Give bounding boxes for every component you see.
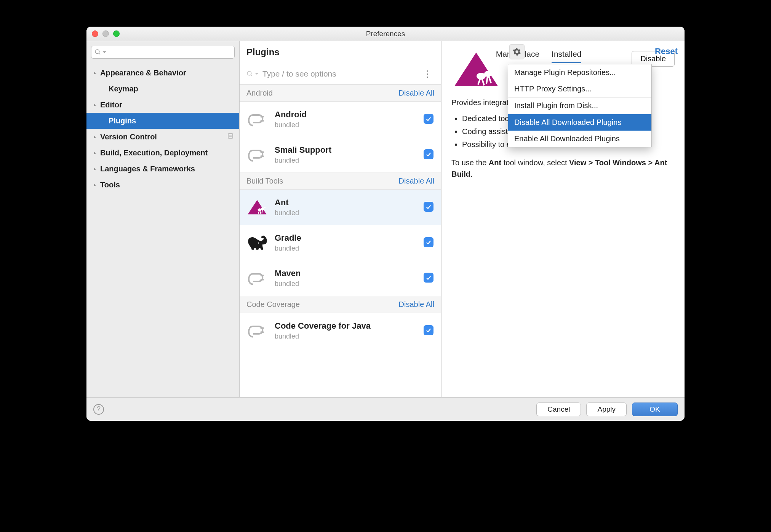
section-name: Android <box>246 89 273 97</box>
plugin-sublabel: bundled <box>275 280 417 288</box>
plugin-enable-checkbox[interactable] <box>424 325 434 336</box>
section-header-android: AndroidDisable All <box>240 85 441 102</box>
checkbox-on-icon <box>424 202 433 212</box>
plugin-row-smali-support[interactable]: Smali Supportbundled <box>240 137 441 173</box>
ant-icon <box>246 197 268 218</box>
plugin-sublabel: bundled <box>275 121 417 129</box>
plugins-title: Plugins <box>246 47 280 58</box>
section-header-build-tools: Build ToolsDisable All <box>240 173 441 190</box>
more-options-button[interactable]: ⋮ <box>421 69 434 79</box>
plugin-sublabel: bundled <box>275 157 417 165</box>
menu-item-http-proxy-settings[interactable]: HTTP Proxy Settings... <box>508 81 651 97</box>
disable-all-link[interactable]: Disable All <box>399 89 434 97</box>
svg-point-5 <box>247 71 251 75</box>
section-name: Code Coverage <box>246 300 300 309</box>
disclosure-arrow-icon: ▸ <box>92 102 98 108</box>
disclosure-arrow-icon: ▸ <box>92 134 98 140</box>
svg-rect-3 <box>229 135 232 136</box>
plugin-name: Gradle <box>275 233 417 243</box>
sidebar-item-keymap[interactable]: Keymap <box>86 81 239 97</box>
plugin-row-code-coverage-for-java[interactable]: Code Coverage for Javabundled <box>240 313 441 348</box>
preferences-window: Preferences ▸Appearance & BehaviorKeymap… <box>86 27 685 421</box>
sidebar-item-label: Build, Execution, Deployment <box>100 149 208 157</box>
plugin-name: Code Coverage for Java <box>275 321 417 331</box>
checkbox-on-icon <box>424 325 433 335</box>
menu-item-install-plugin-from-disk[interactable]: Install Plugin from Disk... <box>508 97 651 114</box>
plugin-enable-checkbox[interactable] <box>424 114 434 125</box>
plugin-icon <box>246 109 268 130</box>
plugin-usage-note: To use the Ant tool window, select View … <box>451 157 675 180</box>
apply-button[interactable]: Apply <box>586 403 627 416</box>
plugin-row-gradle[interactable]: Gradlebundled <box>240 225 441 260</box>
disclosure-arrow-icon: ▸ <box>92 150 98 156</box>
plugin-icon <box>246 144 268 165</box>
titlebar: Preferences <box>86 27 685 41</box>
svg-point-13 <box>258 242 259 243</box>
sidebar-item-label: Tools <box>100 181 120 189</box>
plugin-row-android[interactable]: Androidbundled <box>240 102 441 137</box>
tab-installed[interactable]: Installed <box>552 50 581 63</box>
project-settings-icon <box>227 133 234 141</box>
sidebar-item-version-control[interactable]: ▸Version Control <box>86 129 239 145</box>
gear-dropdown-menu: Manage Plugin Repositories...HTTP Proxy … <box>508 64 652 147</box>
sidebar-item-appearance-behavior[interactable]: ▸Appearance & Behavior <box>86 65 239 81</box>
plugins-column: Plugins ⋮ AndroidDisable AllAndroidbundl… <box>240 41 441 397</box>
disable-all-link[interactable]: Disable All <box>399 177 434 185</box>
plugins-header: Plugins <box>240 41 441 63</box>
chevron-down-icon <box>255 72 259 76</box>
plugin-enable-checkbox[interactable] <box>424 237 434 248</box>
plugin-icon <box>246 320 268 341</box>
plugin-row-ant[interactable]: Antbundled <box>240 190 441 225</box>
plugin-enable-checkbox[interactable] <box>424 149 434 160</box>
section-header-code-coverage: Code CoverageDisable All <box>240 296 441 313</box>
checkbox-on-icon <box>424 114 433 124</box>
search-icon <box>94 49 101 56</box>
window-title: Preferences <box>86 30 685 38</box>
help-button[interactable]: ? <box>93 404 104 415</box>
sidebar-item-languages-frameworks[interactable]: ▸Languages & Frameworks <box>86 161 239 177</box>
settings-search-input[interactable] <box>91 46 235 59</box>
sidebar-item-label: Appearance & Behavior <box>100 69 186 77</box>
plugin-sublabel: bundled <box>275 209 417 217</box>
chevron-down-icon <box>102 50 107 54</box>
plugin-row-maven[interactable]: Mavenbundled <box>240 260 441 296</box>
reset-link[interactable]: Reset <box>655 46 678 56</box>
plugin-name: Android <box>275 110 417 120</box>
window-body: ▸Appearance & BehaviorKeymap▸EditorPlugi… <box>86 41 685 397</box>
plugin-enable-checkbox[interactable] <box>424 202 434 212</box>
svg-point-0 <box>95 50 99 54</box>
sidebar-item-label: Editor <box>100 101 122 109</box>
plugin-enable-checkbox[interactable] <box>424 273 434 283</box>
sidebar-item-tools[interactable]: ▸Tools <box>86 177 239 193</box>
menu-item-disable-all-downloaded-plugins[interactable]: Disable All Downloaded Plugins <box>508 114 651 131</box>
sidebar-item-label: Plugins <box>109 117 136 125</box>
menu-item-manage-plugin-repositories[interactable]: Manage Plugin Repositories... <box>508 64 651 81</box>
plugin-list: AndroidDisable AllAndroidbundledSmali Su… <box>240 85 441 397</box>
plugin-sublabel: bundled <box>275 332 417 340</box>
cancel-button[interactable]: Cancel <box>536 403 581 416</box>
menu-item-enable-all-downloaded-plugins[interactable]: Enable All Downloaded Plugins <box>508 131 651 147</box>
ok-button[interactable]: OK <box>632 403 678 416</box>
section-name: Build Tools <box>246 177 283 185</box>
gear-button[interactable] <box>509 44 525 59</box>
settings-tree: ▸Appearance & BehaviorKeymap▸EditorPlugi… <box>86 62 239 193</box>
checkbox-on-icon <box>424 273 433 283</box>
sidebar-item-label: Languages & Frameworks <box>100 165 195 173</box>
plugins-filter-input[interactable] <box>262 69 421 78</box>
disclosure-arrow-icon: ▸ <box>92 166 98 172</box>
checkbox-on-icon <box>424 149 433 159</box>
sidebar-item-editor[interactable]: ▸Editor <box>86 97 239 113</box>
sidebar-item-build-execution-deployment[interactable]: ▸Build, Execution, Deployment <box>86 145 239 161</box>
sidebar-item-label: Version Control <box>100 133 157 141</box>
content-area: Marketplace Installed Manage Plugin Repo… <box>240 41 685 397</box>
sidebar-item-plugins[interactable]: Plugins <box>86 113 239 129</box>
gear-icon <box>513 48 521 56</box>
ant-icon <box>451 50 501 88</box>
settings-sidebar: ▸Appearance & BehaviorKeymap▸EditorPlugi… <box>86 41 240 397</box>
disable-all-link[interactable]: Disable All <box>399 300 434 309</box>
sidebar-item-label: Keymap <box>109 85 138 93</box>
footer: ? Cancel Apply OK <box>86 397 685 421</box>
svg-line-6 <box>251 75 252 76</box>
plugin-sublabel: bundled <box>275 244 417 252</box>
disclosure-arrow-icon: ▸ <box>92 182 98 188</box>
